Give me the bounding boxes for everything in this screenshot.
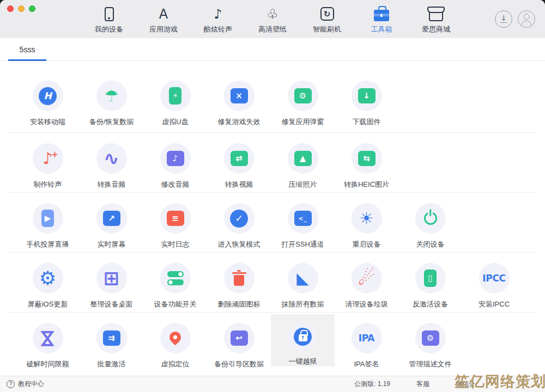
- crack-time-limit-icon: ⋈: [38, 329, 57, 348]
- tab-bar: 5sss: [0, 38, 545, 61]
- reboot-device-icon: ☀: [360, 211, 374, 226]
- convert-heic-icon: ⇆: [358, 151, 376, 166]
- main-nav: 我的设备 A 应用游戏 ♪ 酷炫铃声 ♧ 高清壁纸 智能刷机 工具箱 爱思商城: [82, 5, 463, 34]
- backup-restore-data-icon: ☂: [105, 88, 119, 104]
- tool-realtime-log[interactable]: ≡ 实时日志: [143, 193, 207, 252]
- window-header: 我的设备 A 应用游戏 ♪ 酷炫铃声 ♧ 高清壁纸 智能刷机 工具箱 爱思商城: [0, 0, 545, 38]
- virtual-udisk-icon: ⚡: [169, 87, 181, 105]
- zoom-button[interactable]: [29, 5, 35, 12]
- apps-games-icon: A: [159, 8, 168, 21]
- screen-mirror-live-icon: ▶: [41, 210, 54, 227]
- ringtones-icon: ♪: [214, 8, 222, 21]
- tutorial-center-label: 教程中心: [18, 379, 44, 389]
- tool-install-mobile[interactable]: H 安装移动端: [16, 61, 80, 132]
- install-ipcc-icon: IPCC: [482, 274, 506, 283]
- tool-deactivate-device[interactable]: ▯ 反激活设备: [398, 253, 462, 312]
- tool-row-5: ⋈ 破解时间限额 ⇉ 批量激活 虚拟定位 ↩ 备份引导区数据 一键越狱 IPA …: [8, 312, 537, 372]
- tool-batch-activate[interactable]: ⇉ 批量激活: [80, 313, 143, 372]
- nav-item-ringtones[interactable]: ♪ 酷炫铃声: [191, 5, 245, 34]
- tool-convert-audio[interactable]: ∿ 转换音频: [80, 133, 143, 192]
- tool-row-4: ⚙ 屏蔽iOS更新 ⊞ 整理设备桌面 设备功能开关 删除顽固图标 ◣ 抹除所有数…: [8, 252, 537, 312]
- smart-flash-icon: [320, 7, 334, 21]
- ipa-sign-icon: IPA: [359, 334, 374, 343]
- tool-crack-time-limit[interactable]: ⋈ 破解时间限额: [16, 313, 80, 372]
- tool-install-ipcc[interactable]: IPCC 安装IPCC: [462, 253, 526, 312]
- make-ringtone-icon: ♪: [43, 151, 53, 167]
- erase-all-data-icon: ◣: [296, 271, 308, 286]
- aisi-store-icon: [429, 11, 443, 21]
- tool-open-ssh[interactable]: <_ 打开SSH通道: [271, 193, 335, 252]
- fix-app-popup-icon: ⚙: [294, 88, 312, 103]
- tool-fix-game-invalid[interactable]: × 修复游戏失效: [207, 61, 271, 132]
- convert-audio-icon: ∿: [104, 149, 119, 168]
- nav-item-toolbox[interactable]: 工具箱: [354, 5, 409, 34]
- customer-service-link[interactable]: 客服: [416, 379, 429, 389]
- tool-delete-stubborn-icons[interactable]: 删除顽固图标: [207, 253, 271, 312]
- tool-convert-heic[interactable]: ⇆ 转换HEIC图片: [335, 133, 398, 192]
- compress-photo-icon: ▲: [294, 151, 312, 166]
- fix-game-invalid-icon: ×: [231, 88, 248, 103]
- manage-profiles-icon: ⚙: [422, 330, 439, 346]
- tab-5sss[interactable]: 5sss: [8, 38, 46, 61]
- organize-desktop-icon: ⊞: [104, 269, 119, 288]
- tool-fix-app-popup[interactable]: ⚙ 修复应用弹窗: [271, 61, 335, 132]
- batch-activate-icon: ⇉: [103, 330, 120, 346]
- tool-virtual-location[interactable]: 虚拟定位: [143, 313, 207, 372]
- open-ssh-icon: <_: [294, 211, 312, 226]
- tool-download-firmware[interactable]: ↓ 下载固件: [335, 61, 398, 132]
- wallpapers-icon: ♧: [267, 8, 278, 21]
- tool-convert-video[interactable]: ⇄ 转换视频: [207, 133, 271, 192]
- enter-recovery-icon: ✓: [230, 210, 248, 228]
- toolbox-icon: [374, 10, 389, 21]
- download-firmware-icon: ↓: [358, 88, 376, 103]
- tool-ipa-sign[interactable]: IPA IPA签名: [335, 313, 398, 372]
- tool-backup-boot-data[interactable]: ↩ 备份引导区数据: [207, 313, 271, 372]
- toolbox-content: H 安装移动端 ☂ 备份/恢复数据 ⚡ 虚拟U盘 × 修复游戏失效 ⚙ 修复应用…: [0, 61, 545, 376]
- app-window: 我的设备 A 应用游戏 ♪ 酷炫铃声 ♧ 高清壁纸 智能刷机 工具箱 爱思商城 …: [0, 0, 545, 392]
- one-click-jailbreak-icon: [294, 328, 312, 346]
- tool-compress-photo[interactable]: ▲ 压缩照片: [271, 133, 335, 192]
- tool-backup-restore-data[interactable]: ☂ 备份/恢复数据: [80, 61, 143, 132]
- my-devices-icon: [105, 7, 114, 21]
- user-icon[interactable]: [518, 10, 535, 28]
- tool-organize-desktop[interactable]: ⊞ 整理设备桌面: [80, 253, 143, 312]
- tool-clean-device-junk[interactable]: ☄ 清理设备垃圾: [335, 253, 398, 312]
- tool-manage-profiles[interactable]: ⚙ 管理描述文件: [398, 313, 462, 372]
- tool-row-3: ▶ 手机投屏直播 ↗ 实时屏幕 ≡ 实时日志 ✓ 进入恢复模式 <_ 打开SSH…: [8, 192, 537, 252]
- realtime-log-icon: ≡: [167, 211, 184, 226]
- nav-item-smart-flash[interactable]: 智能刷机: [300, 5, 354, 34]
- tool-one-click-jailbreak[interactable]: 一键越狱: [271, 314, 335, 366]
- tool-shutdown-device[interactable]: 关闭设备: [398, 193, 462, 252]
- tool-screen-mirror-live[interactable]: ▶ 手机投屏直播: [16, 193, 80, 252]
- tool-virtual-udisk[interactable]: ⚡ 虚拟U盘: [143, 61, 207, 132]
- tool-realtime-screen[interactable]: ↗ 实时屏幕: [80, 193, 143, 252]
- tool-device-switches[interactable]: 设备功能开关: [143, 253, 207, 312]
- tab-label: 5sss: [20, 45, 35, 54]
- tool-reboot-device[interactable]: ☀ 重启设备: [335, 193, 398, 252]
- tools-grid: H 安装移动端 ☂ 备份/恢复数据 ⚡ 虚拟U盘 × 修复游戏失效 ⚙ 修复应用…: [8, 61, 537, 372]
- device-switches-icon: [167, 271, 184, 285]
- tool-block-ios-update[interactable]: ⚙ 屏蔽iOS更新: [16, 253, 80, 312]
- tool-row-1: H 安装移动端 ☂ 备份/恢复数据 ⚡ 虚拟U盘 × 修复游戏失效 ⚙ 修复应用…: [8, 61, 537, 132]
- convert-video-icon: ⇄: [231, 151, 248, 166]
- tool-row-2: ♪ 制作铃声 ∿ 转换音频 ♪ 修改音频 ⇄ 转换视频 ▲ 压缩照片 ⇆ 转换H…: [8, 132, 537, 192]
- deactivate-device-icon: ▯: [424, 270, 437, 287]
- tool-erase-all-data[interactable]: ◣ 抹除所有数据: [271, 253, 335, 312]
- nav-item-apps-games[interactable]: A 应用游戏: [136, 5, 191, 34]
- tool-enter-recovery[interactable]: ✓ 进入恢复模式: [207, 193, 271, 252]
- virtual-location-icon: [167, 329, 184, 346]
- nav-item-aisi-store[interactable]: 爱思商城: [409, 5, 463, 34]
- download-icon[interactable]: [495, 10, 512, 28]
- shutdown-device-icon: [424, 212, 437, 225]
- tool-edit-audio[interactable]: ♪ 修改音频: [143, 133, 207, 192]
- realtime-screen-icon: ↗: [103, 211, 120, 226]
- watermark: 笙亿网络策划: [455, 372, 545, 391]
- tool-make-ringtone[interactable]: ♪ 制作铃声: [16, 133, 80, 192]
- close-button[interactable]: [7, 5, 14, 12]
- tutorial-center-link[interactable]: 教程中心: [0, 379, 44, 389]
- traffic-lights: [7, 5, 35, 12]
- minimize-button[interactable]: [18, 5, 25, 12]
- nav-item-my-devices[interactable]: 我的设备: [82, 5, 136, 34]
- nav-item-wallpapers[interactable]: ♧ 高清壁纸: [245, 5, 300, 34]
- clean-device-junk-icon: ☄: [358, 269, 375, 288]
